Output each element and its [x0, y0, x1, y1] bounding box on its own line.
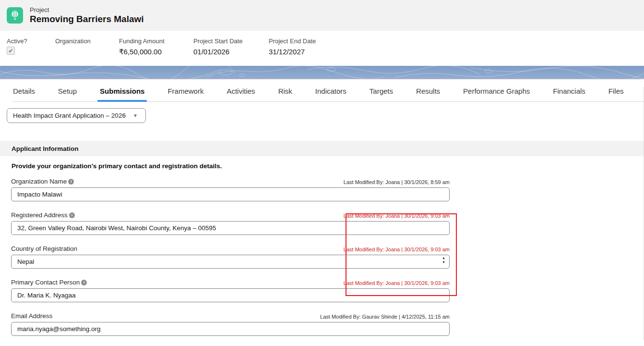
stepper-up-icon[interactable]: ▲: [442, 256, 445, 260]
applicant-form: Organization Name i Last Modified By: Jo…: [11, 178, 450, 336]
tab-financials[interactable]: Financials: [552, 87, 586, 101]
active-label: Active?: [7, 37, 50, 45]
tab-risk[interactable]: Risk: [278, 87, 293, 101]
last-modified-text-highlighted: Last Modified By: Joana | 30/1/2026, 9:0…: [344, 213, 450, 219]
organization-name-input[interactable]: [11, 187, 450, 201]
submission-select[interactable]: Health Impact Grant Application – 2026 ▼: [7, 108, 146, 123]
stepper-down-icon[interactable]: ▼: [442, 260, 445, 264]
project-balloon-icon: [7, 7, 23, 24]
primary-contact-person-field: Primary Contact Person i Last Modified B…: [11, 279, 450, 302]
submission-select-value: Health Impact Grant Application – 2026: [13, 112, 133, 119]
country-of-registration-input[interactable]: [11, 255, 450, 269]
country-of-registration-field: Country of Registration Last Modified By…: [11, 245, 450, 269]
record-type-label: Project: [30, 6, 144, 14]
tab-performance-graphs[interactable]: Performance Graphs: [463, 87, 530, 101]
section-header: Applicant Information: [0, 141, 644, 156]
chevron-down-icon: ▼: [133, 113, 138, 118]
section-title: Applicant Information: [12, 145, 79, 152]
end-date-label: Project End Date: [269, 37, 360, 45]
tab-targets[interactable]: Targets: [369, 87, 394, 101]
number-stepper[interactable]: ▲ ▼: [442, 256, 445, 264]
funding-amount-label: Funding Amount: [119, 37, 189, 45]
tab-bar: Details Setup Submissions Framework Acti…: [12, 87, 644, 102]
check-icon: ✔: [8, 48, 13, 54]
end-date-value: 31/12/2027: [269, 47, 360, 57]
tab-details[interactable]: Details: [12, 87, 36, 101]
tab-setup[interactable]: Setup: [58, 87, 77, 101]
primary-contact-person-input[interactable]: [11, 288, 450, 302]
email-address-field: Email Address Last Modified By: Gaurav S…: [11, 312, 450, 336]
topographic-banner: [0, 66, 644, 79]
primary-contact-person-label: Primary Contact Person i: [11, 279, 87, 286]
last-modified-text-highlighted: Last Modified By: Joana | 30/1/2026, 9:0…: [344, 247, 450, 252]
email-address-input[interactable]: [11, 322, 450, 336]
last-modified-text: Last Modified By: Joana | 30/1/2026, 8:5…: [344, 179, 450, 185]
tab-submissions[interactable]: Submissions: [99, 87, 145, 101]
organization-name-label: Organization Name i: [11, 178, 74, 185]
country-of-registration-label: Country of Registration: [11, 245, 77, 252]
active-checkbox[interactable]: ✔: [7, 47, 15, 55]
tab-activities[interactable]: Activities: [226, 87, 255, 101]
tab-framework[interactable]: Framework: [167, 87, 204, 101]
tab-results[interactable]: Results: [416, 87, 441, 101]
tab-indicators[interactable]: Indicators: [315, 87, 347, 101]
funding-amount-value: ₹6,50,000.00: [119, 47, 189, 57]
page-title: Removing Barriers Malawi: [30, 14, 144, 25]
last-modified-text-highlighted: Last Modified By: Joana | 30/1/2026, 9:0…: [344, 280, 450, 286]
organization-name-field: Organization Name i Last Modified By: Jo…: [11, 178, 450, 201]
email-address-label: Email Address: [11, 312, 52, 320]
registered-address-field: Registered Address i Last Modified By: J…: [11, 211, 450, 235]
info-icon[interactable]: i: [69, 212, 75, 218]
info-icon[interactable]: i: [68, 179, 74, 185]
registered-address-input[interactable]: [11, 221, 450, 235]
start-date-label: Project Start Date: [193, 37, 264, 45]
start-date-value: 01/01/2026: [193, 47, 264, 57]
main-content: Details Setup Submissions Framework Acti…: [0, 87, 644, 340]
record-header: Project Removing Barriers Malawi: [0, 0, 644, 31]
tab-files[interactable]: Files: [608, 87, 624, 101]
registered-address-label: Registered Address i: [11, 211, 75, 219]
info-icon[interactable]: i: [81, 280, 87, 285]
last-modified-text: Last Modified By: Gaurav Shinde | 4/12/2…: [320, 314, 450, 320]
organization-label: Organization: [55, 37, 114, 45]
highlights-panel: Active? ✔ Organization Funding Amount ₹6…: [0, 31, 644, 66]
section-instruction: Provide your organization’s primary cont…: [12, 162, 644, 170]
